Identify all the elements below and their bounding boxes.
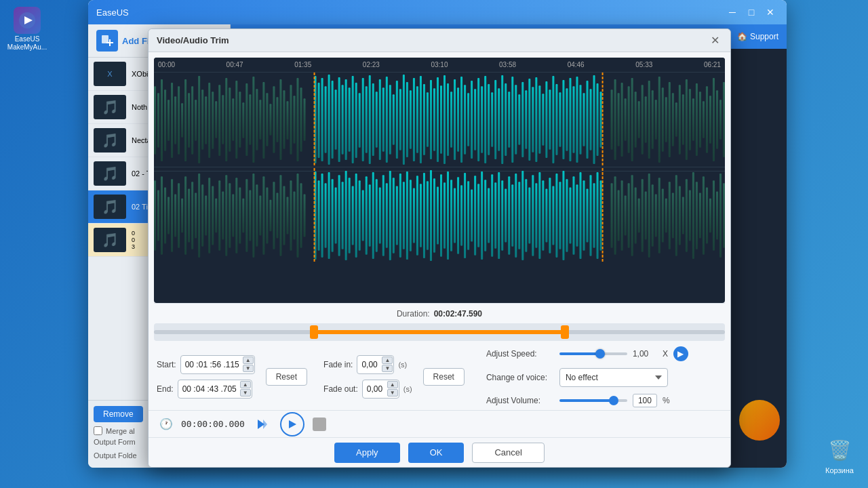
cancel-button[interactable]: Cancel [472, 443, 544, 463]
play-button[interactable] [280, 412, 304, 436]
svg-rect-36 [259, 100, 261, 139]
svg-rect-223 [338, 175, 340, 256]
fade-in-label: Fade in: [323, 360, 353, 369]
svg-rect-55 [332, 81, 334, 159]
clock-icon: 🕐 [159, 418, 173, 430]
svg-rect-39 [269, 104, 271, 135]
svg-rect-133 [597, 83, 599, 156]
volume-row: Adjust Volume: % [486, 394, 688, 407]
svg-rect-269 [494, 182, 496, 248]
time-mark-6: 04:46 [568, 61, 585, 68]
voice-label: Change of voice: [486, 373, 554, 382]
svg-rect-139 [625, 98, 627, 140]
svg-rect-144 [642, 85, 644, 155]
dialog-close-button[interactable]: ✕ [707, 33, 722, 48]
end-input-wrap: ▲ ▼ [178, 380, 252, 399]
fade-out-increment[interactable]: ▲ [387, 381, 398, 388]
stop-button[interactable] [313, 418, 326, 431]
svg-rect-259 [460, 185, 462, 245]
svg-rect-16 [191, 86, 193, 155]
merge-checkbox[interactable] [94, 426, 102, 435]
svg-rect-247 [420, 184, 422, 247]
svg-rect-285 [549, 178, 551, 253]
svg-rect-256 [450, 180, 452, 251]
svg-rect-63 [359, 93, 361, 148]
speed-slider[interactable] [559, 352, 627, 355]
start-decrement-button[interactable]: ▼ [243, 365, 254, 372]
volume-slider[interactable] [559, 399, 627, 402]
end-decrement-button[interactable]: ▼ [240, 389, 251, 396]
svg-rect-186 [205, 196, 207, 236]
svg-rect-172 [157, 190, 159, 241]
svg-rect-24 [218, 85, 220, 156]
export-speed-button[interactable]: ▶ [673, 346, 688, 361]
duration-bar: Duration: 00:02:47.590 [154, 303, 725, 323]
svg-rect-253 [440, 174, 442, 257]
svg-rect-84 [430, 80, 432, 159]
fade-out-label: Fade out: [323, 384, 358, 394]
time-mark-8: 06:21 [704, 61, 721, 68]
svg-rect-52 [321, 78, 323, 161]
fade-out-decrement[interactable]: ▼ [387, 389, 398, 396]
recycle-bin[interactable]: 🗑️ Корзина [825, 435, 854, 474]
trim-handle-left[interactable] [310, 325, 318, 339]
close-window-button[interactable]: ✕ [762, 4, 778, 20]
svg-rect-287 [555, 174, 557, 258]
svg-rect-59 [345, 79, 347, 160]
svg-rect-113 [528, 79, 530, 161]
svg-rect-270 [498, 172, 500, 259]
remove-button[interactable]: Remove [94, 406, 143, 422]
controls-row-1: Start: ▲ ▼ End: [157, 346, 722, 407]
svg-rect-85 [433, 88, 435, 151]
maximize-button[interactable]: □ [743, 4, 760, 20]
playback-speed-button[interactable] [253, 415, 272, 434]
app-icon[interactable]: EaseUS MakeMyAu... [7, 7, 47, 52]
fade-in-spin-buttons: ▲ ▼ [382, 357, 393, 372]
svg-rect-93 [460, 77, 462, 163]
trim-handle-right[interactable] [561, 325, 569, 339]
reset-button-1[interactable]: Reset [266, 368, 307, 386]
window-controls: ─ □ ✕ [724, 4, 778, 20]
svg-rect-132 [593, 75, 595, 164]
end-increment-button[interactable]: ▲ [240, 381, 251, 388]
svg-rect-13 [181, 103, 183, 137]
svg-rect-190 [218, 180, 220, 250]
svg-rect-95 [467, 93, 469, 146]
svg-rect-225 [345, 171, 347, 260]
volume-input[interactable] [633, 394, 657, 407]
svg-rect-69 [379, 79, 381, 160]
reset-button-2[interactable]: Reset [423, 368, 465, 386]
svg-rect-268 [491, 174, 493, 257]
file-thumbnail: 🎵 [94, 95, 126, 119]
title-bar: EaseUS ─ □ ✕ [88, 0, 787, 24]
svg-rect-303 [618, 190, 620, 241]
minimize-button[interactable]: ─ [724, 4, 741, 20]
svg-rect-227 [352, 186, 354, 245]
fade-in-decrement[interactable]: ▼ [382, 365, 393, 372]
svg-rect-86 [437, 77, 439, 162]
support-button[interactable]: 🏠 Support [737, 32, 778, 41]
svg-rect-210 [286, 197, 288, 235]
svg-rect-148 [655, 100, 657, 139]
svg-rect-155 [679, 85, 681, 155]
svg-rect-331 [713, 180, 715, 250]
svg-rect-45 [290, 85, 292, 155]
start-increment-button[interactable]: ▲ [243, 357, 254, 364]
svg-rect-102 [491, 92, 493, 147]
apply-button[interactable]: Apply [334, 443, 400, 463]
svg-rect-193 [229, 183, 231, 247]
svg-rect-192 [225, 175, 227, 256]
svg-rect-119 [549, 89, 551, 150]
svg-rect-54 [328, 75, 330, 165]
desktop: EaseUS MakeMyAu... 🗑️ Корзина EaseUS ─ □… [0, 0, 868, 488]
svg-rect-278 [525, 179, 527, 252]
fade-in-increment[interactable]: ▲ [382, 357, 393, 364]
duration-value: 00:02:47.590 [434, 309, 482, 319]
svg-rect-267 [488, 188, 490, 243]
svg-rect-29 [235, 81, 237, 159]
ok-button[interactable]: OK [408, 443, 465, 463]
voice-select[interactable]: No effect Male Female Child [559, 368, 668, 387]
svg-rect-304 [621, 180, 623, 250]
dialog-body: 00:00 00:47 01:35 02:23 03:10 03:58 04:4… [149, 52, 730, 467]
trim-slider[interactable] [154, 323, 725, 341]
